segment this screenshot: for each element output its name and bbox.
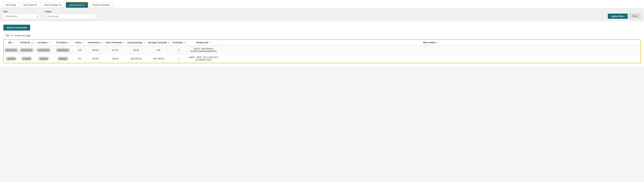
cell-primary_unit: 49046 - MED: CELL BIOLOGY & HUMAN ANAT <box>187 54 220 63</box>
table-row: ████████████████████████671168.00168.00$… <box>4 54 640 63</box>
entries-row: 100 10 25 50 entries per page <box>3 33 641 38</box>
cell-actual_hours: 300.00 <box>86 46 104 54</box>
sort-icon-policy: ⇅ <box>82 42 84 44</box>
tab-all-faculty[interactable]: All Faculty <box>3 2 19 8</box>
cell-earnings_threshold: N/A <box>146 46 171 54</box>
cell-hours_threshold: 168.00 <box>104 54 126 63</box>
col-header-actual-hours[interactable]: Actual Hours ⇅ <box>86 40 104 46</box>
cell-num_activities: 2 <box>171 46 187 54</box>
entries-per-page-select[interactable]: 100 10 25 50 <box>3 33 14 38</box>
sort-icon-earnings-threshold: ⇅ <box>168 42 170 44</box>
sort-icon-hours-threshold: ⇅ <box>123 42 124 44</box>
sort-icon-num-activities: ⇅ <box>184 42 186 44</box>
tab-over-earnings-th[interactable]: Over Earnings TH <box>41 2 65 8</box>
sort-icon-actual-earnings: ⇅ <box>144 42 145 44</box>
cell-last_name[interactable]: ██████ <box>34 54 53 63</box>
unit-filter-group: Unit: Choose one <box>3 11 40 19</box>
data-table: UID ⇅ UCPath ID ▲ Last Name ⇅ First Name… <box>4 40 640 63</box>
cell-other_units <box>220 46 640 54</box>
col-header-first-name[interactable]: First Name ⇅ <box>53 40 73 46</box>
col-header-uid[interactable]: UID ⇅ <box>4 40 19 46</box>
policy-filter-group: Policy: Choose any <box>45 11 99 19</box>
apply-filters-button[interactable]: Apply Filters <box>608 14 628 19</box>
tab-faculty-payments[interactable]: Faculty Payments <box>89 2 113 8</box>
filter-actions: Apply Filters Clear <box>608 13 641 19</box>
tab-approaching-th[interactable]: Approaching TH <box>66 2 88 8</box>
cell-actual_earnings: $0.00 <box>126 46 147 54</box>
sort-icon-actual-hours: ⇅ <box>102 42 103 44</box>
table-row: ████████████████████████████████025300.0… <box>4 46 640 54</box>
sort-icon-last-name: ⇅ <box>48 42 50 44</box>
cell-first_name[interactable]: ████████ <box>53 46 73 54</box>
cell-first_name[interactable]: ██████ <box>53 54 73 63</box>
table-body: ████████████████████████████████025300.0… <box>4 46 640 63</box>
unit-select[interactable]: Choose one <box>3 14 40 19</box>
tab-bar: All Faculty Over Time TH Over Earnings T… <box>0 0 644 8</box>
sort-icon-ucpath: ▲ <box>31 42 33 44</box>
main-content: Export current data 100 10 25 50 entries… <box>0 21 644 67</box>
policy-filter-label: Policy: <box>45 11 99 13</box>
col-header-policy[interactable]: Policy ⇅ <box>73 40 86 46</box>
col-header-actual-earnings[interactable]: Actual Earnings ⇅ <box>126 40 147 46</box>
cell-policy: 671 <box>73 54 86 63</box>
clear-filters-button[interactable]: Clear <box>629 13 641 19</box>
data-table-wrapper: UID ⇅ UCPath ID ▲ Last Name ⇅ First Name… <box>3 39 641 63</box>
cell-ucpath: ██████ <box>19 54 34 63</box>
col-header-primary-unit[interactable]: Primary Unit ⇅ <box>187 40 220 46</box>
filter-bar: Unit: Choose one Policy: Choose any Appl… <box>0 8 644 21</box>
cell-uid: ████████ <box>4 46 19 54</box>
cell-uid: ██████ <box>4 54 19 63</box>
sort-icon-other-units: ⇅ <box>436 42 438 44</box>
col-header-num-activities[interactable]: # Activities ⇅ <box>171 40 187 46</box>
col-header-other-units[interactable]: Other Unit(s) ⇅ <box>220 40 640 46</box>
cell-other_units <box>220 54 640 63</box>
cell-actual_hours: 168.00 <box>86 54 104 63</box>
col-header-ucpath[interactable]: UCPath ID ▲ <box>19 40 34 46</box>
cell-last_name[interactable]: ████████ <box>34 46 53 54</box>
entries-per-page-label: entries per page <box>15 34 30 37</box>
sort-icon-uid: ⇅ <box>13 42 14 44</box>
sort-icon-primary-unit: ⇅ <box>210 42 211 44</box>
col-header-earnings-threshold[interactable]: Earnings Threshold ⇅ <box>146 40 171 46</box>
cell-primary_unit: 24018 - MATERIALS SCIENCE&ENGINEERING <box>187 46 220 54</box>
cell-actual_earnings: $40,000.00 <box>126 54 147 63</box>
policy-select[interactable]: Choose any <box>45 14 99 19</box>
cell-ucpath: ████████ <box>19 46 34 54</box>
table-header-row: UID ⇅ UCPath ID ▲ Last Name ⇅ First Name… <box>4 40 640 46</box>
cell-policy: 025 <box>73 46 86 54</box>
col-header-hours-threshold[interactable]: Hours Threshold ⇅ <box>104 40 126 46</box>
unit-filter-label: Unit: <box>3 11 40 13</box>
export-button[interactable]: Export current data <box>3 25 30 31</box>
tab-over-time-th[interactable]: Over Time TH <box>20 2 40 8</box>
col-header-last-name[interactable]: Last Name ⇅ <box>34 40 53 46</box>
cell-earnings_threshold: $44,760.00 <box>146 54 171 63</box>
cell-hours_threshold: 312.00 <box>104 46 126 54</box>
cell-num_activities: 1 <box>171 54 187 63</box>
sort-icon-first-name: ⇅ <box>68 42 70 44</box>
